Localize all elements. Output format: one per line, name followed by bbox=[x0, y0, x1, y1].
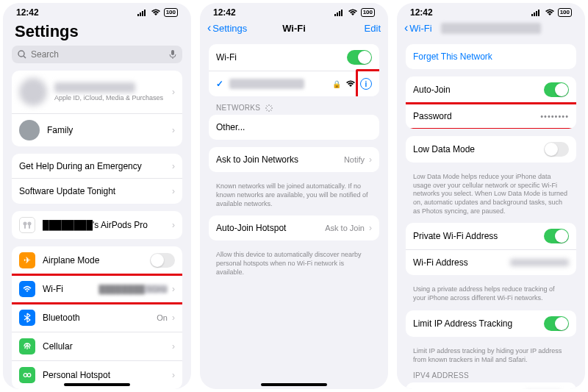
mic-icon[interactable] bbox=[169, 50, 176, 59]
row-label: Cellular bbox=[43, 341, 168, 352]
battery-icon: 100 bbox=[558, 8, 572, 17]
svg-point-4 bbox=[18, 51, 24, 57]
row-label: Personal Hotspot bbox=[43, 370, 168, 380]
home-indicator[interactable] bbox=[64, 383, 130, 386]
row-detail: Notify bbox=[344, 155, 365, 164]
screen-wifi-detail: 12:42 100 ‹Wi-Fi ████████ 5GHz Forget Th… bbox=[397, 3, 585, 389]
apple-id-row[interactable]: ████████████ Apple ID, iCloud, Media & P… bbox=[12, 71, 182, 114]
back-button[interactable]: ‹Wi-Fi bbox=[404, 22, 432, 34]
status-icons: 100 bbox=[137, 8, 178, 17]
svg-rect-27 bbox=[536, 11, 537, 16]
row-label: Wi-Fi Address bbox=[413, 257, 510, 268]
wifi-toggle[interactable] bbox=[347, 50, 372, 65]
row-label: ████████'s AirPods Pro bbox=[43, 220, 168, 230]
status-time: 12:42 bbox=[410, 7, 433, 18]
chevron-right-icon: › bbox=[172, 87, 175, 97]
row-label: Auto-Join bbox=[413, 85, 544, 95]
private-address-toggle[interactable] bbox=[544, 229, 569, 243]
svg-point-11 bbox=[24, 374, 27, 377]
row-label: Wi-Fi bbox=[216, 52, 347, 63]
chevron-right-icon: › bbox=[172, 125, 175, 135]
configure-ip-row[interactable]: Configure IP › bbox=[406, 382, 576, 389]
search-input[interactable] bbox=[31, 49, 165, 60]
software-update-row[interactable]: Software Update Tonight › bbox=[12, 179, 182, 204]
cellular-icon bbox=[334, 9, 345, 16]
cellular-icon bbox=[137, 9, 148, 16]
wifi-row[interactable]: Wi-Fi ████████ 5GHz › bbox=[12, 275, 182, 304]
row-label: Auto-Join Hotspot bbox=[216, 223, 325, 233]
wifi-master-row: Wi-Fi bbox=[209, 44, 379, 71]
other-network-row[interactable]: Other... bbox=[209, 115, 379, 140]
family-label: Family bbox=[47, 125, 168, 135]
password-row[interactable]: Password •••••••• bbox=[406, 104, 576, 129]
svg-rect-2 bbox=[142, 11, 143, 16]
wifi-detail: ████████ 5GHz bbox=[98, 285, 168, 293]
row-label: Get Help During an Emergency bbox=[19, 161, 168, 171]
spinner-icon bbox=[265, 104, 273, 112]
limit-tracking-row: Limit IP Address Tracking bbox=[406, 310, 576, 337]
battery-icon: 100 bbox=[361, 8, 375, 17]
airpods-row[interactable]: ████████'s AirPods Pro › bbox=[12, 211, 182, 239]
chevron-right-icon: › bbox=[172, 186, 175, 196]
emergency-help-row[interactable]: Get Help During an Emergency › bbox=[12, 154, 182, 179]
row-detail: Ask to Join bbox=[325, 224, 365, 232]
ask-to-join-footer: Known networks will be joined automatica… bbox=[204, 179, 384, 215]
back-label: Settings bbox=[212, 23, 247, 34]
info-icon[interactable]: i bbox=[360, 78, 372, 90]
wifi-icon bbox=[348, 9, 358, 16]
chevron-right-icon: › bbox=[172, 220, 175, 230]
back-button[interactable]: ‹Settings bbox=[207, 22, 247, 34]
svg-line-21 bbox=[267, 106, 268, 107]
search-icon bbox=[18, 50, 26, 59]
search-field[interactable] bbox=[12, 46, 182, 63]
status-bar: 12:42 100 bbox=[3, 3, 191, 19]
low-data-toggle[interactable] bbox=[544, 142, 569, 157]
bluetooth-detail: On bbox=[157, 313, 168, 322]
chevron-left-icon: ‹ bbox=[404, 22, 408, 34]
svg-line-24 bbox=[270, 106, 272, 107]
svg-line-22 bbox=[270, 110, 272, 111]
svg-rect-13 bbox=[334, 14, 336, 16]
family-row[interactable]: Family › bbox=[12, 114, 182, 146]
back-label: Wi-Fi bbox=[409, 23, 431, 34]
status-bar: 12:42 100 bbox=[200, 3, 388, 19]
auto-hotspot-footer: Allow this device to automatically disco… bbox=[204, 248, 384, 284]
cellular-row[interactable]: Cellular › bbox=[12, 332, 182, 361]
forget-network-row[interactable]: Forget This Network bbox=[406, 44, 576, 69]
edit-button[interactable]: Edit bbox=[365, 23, 381, 34]
wifi-signal-icon bbox=[345, 80, 356, 88]
wifi-address-value bbox=[510, 259, 569, 266]
chevron-right-icon: › bbox=[172, 313, 175, 323]
networks-header: NETWORKS bbox=[204, 104, 384, 115]
svg-rect-3 bbox=[144, 10, 146, 16]
auto-join-hotspot-row[interactable]: Auto-Join Hotspot Ask to Join › bbox=[209, 215, 379, 240]
svg-rect-0 bbox=[137, 14, 139, 16]
chevron-right-icon: › bbox=[172, 370, 175, 380]
airpods-icon bbox=[19, 217, 35, 233]
chevron-right-icon: › bbox=[172, 341, 175, 352]
airplane-mode-row[interactable]: ✈ Airplane Mode bbox=[12, 246, 182, 275]
svg-line-5 bbox=[24, 56, 26, 58]
apple-id-name: ████████████ bbox=[54, 82, 135, 93]
battery-icon: 100 bbox=[164, 8, 178, 17]
chevron-right-icon: › bbox=[369, 154, 372, 165]
svg-rect-1 bbox=[140, 13, 141, 16]
status-time: 12:42 bbox=[16, 7, 39, 18]
row-label: Password bbox=[413, 111, 540, 121]
network-name: ████████ 5GHz bbox=[229, 79, 304, 89]
row-label: Other... bbox=[216, 122, 372, 132]
ask-to-join-row[interactable]: Ask to Join Networks Notify › bbox=[209, 147, 379, 172]
private-address-footer: Using a private address helps reduce tra… bbox=[401, 282, 581, 310]
avatar bbox=[19, 78, 47, 106]
auto-join-toggle[interactable] bbox=[544, 82, 569, 97]
home-indicator[interactable] bbox=[261, 383, 327, 386]
limit-tracking-toggle[interactable] bbox=[544, 316, 569, 331]
connected-network-row[interactable]: ✓ ████████ 5GHz 🔒 i bbox=[209, 71, 379, 96]
bluetooth-row[interactable]: Bluetooth On › bbox=[12, 304, 182, 332]
chevron-right-icon: › bbox=[172, 284, 175, 294]
airplane-toggle[interactable] bbox=[150, 253, 175, 268]
row-label: Low Data Mode bbox=[413, 144, 544, 154]
status-time: 12:42 bbox=[213, 7, 236, 18]
row-label: Private Wi-Fi Address bbox=[413, 231, 544, 241]
wifi-address-row: Wi-Fi Address bbox=[406, 250, 576, 275]
